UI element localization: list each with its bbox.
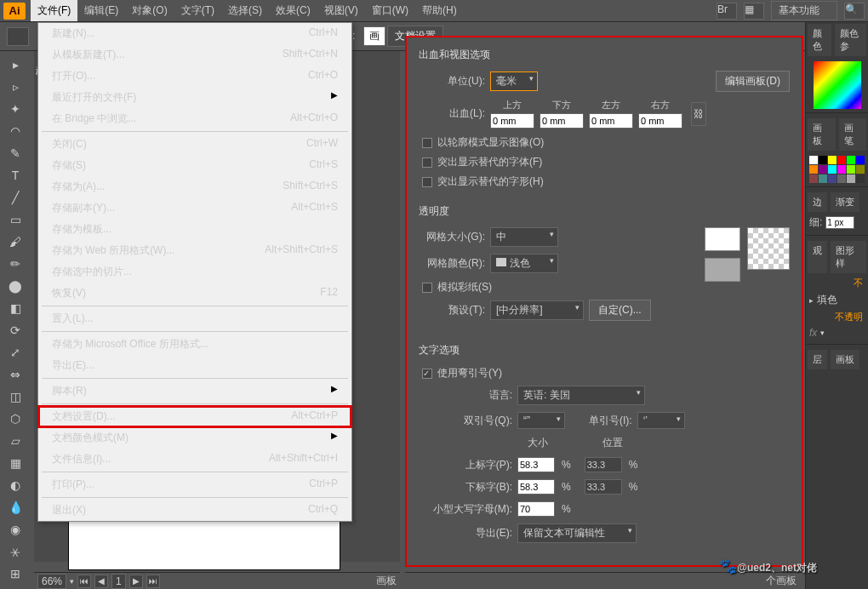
line-tool[interactable]: ╱ [3, 187, 27, 208]
menu-item[interactable]: 存储为 Microsoft Office 所用格式... [38, 334, 351, 355]
tab-swatches[interactable]: 画板 [808, 118, 836, 151]
nav-next[interactable]: ▶ [129, 575, 143, 588]
menu-item[interactable]: 恢复(V)F12 [38, 283, 351, 304]
menu-item[interactable]: 存储为(A)...Shift+Ctrl+S [38, 176, 351, 197]
menu-item[interactable]: 打开(O)...Ctrl+O [38, 66, 351, 87]
stroke-weight-input[interactable] [825, 216, 854, 229]
menu-item[interactable]: 退出(X)Ctrl+Q [38, 500, 351, 521]
use-quotes-checkbox[interactable] [422, 369, 432, 379]
nav-first[interactable]: ⏮ [77, 575, 91, 588]
menu-select[interactable]: 选择(S) [221, 0, 269, 21]
search-icon[interactable]: 🔍 [844, 3, 865, 20]
grid-size-select[interactable]: 中 [490, 227, 558, 247]
gradient-tool[interactable]: ◐ [3, 475, 27, 495]
selection-tool[interactable]: ▸ [3, 54, 27, 75]
preset-select[interactable]: [中分辨率] [490, 300, 584, 320]
color-spectrum[interactable] [814, 61, 861, 109]
free-transform-tool[interactable]: ◫ [3, 386, 27, 407]
unit-select[interactable]: 毫米 [490, 71, 538, 91]
custom-button[interactable]: 自定(C)... [589, 300, 651, 321]
bridge-icon[interactable]: Br [717, 3, 737, 20]
nav-prev[interactable]: ◀ [94, 575, 108, 588]
language-select[interactable]: 英语: 美国 [517, 386, 645, 405]
menu-item[interactable]: 新建(N)...Ctrl+N [38, 23, 351, 44]
direct-selection-tool[interactable]: ▹ [3, 77, 27, 97]
name-input[interactable]: 画 [363, 26, 385, 46]
tab-color[interactable]: 颜色 [808, 24, 831, 56]
hand-tool[interactable]: ✋ [3, 586, 27, 589]
menu-file[interactable]: 文件(F) [31, 0, 77, 21]
mesh-tool[interactable]: ▦ [3, 453, 27, 473]
menu-item[interactable]: 文档颜色模式(M)▶ [38, 427, 351, 449]
perspective-tool[interactable]: ▱ [3, 431, 27, 451]
subscript-pos-input[interactable] [585, 479, 622, 495]
smallcaps-input[interactable] [517, 501, 555, 517]
tab-brushes[interactable]: 画笔 [839, 118, 867, 151]
menu-item[interactable]: 在 Bridge 中浏览...Alt+Ctrl+O [38, 108, 351, 129]
rotate-tool[interactable]: ⟳ [3, 320, 27, 340]
menu-window[interactable]: 窗口(W) [365, 0, 415, 21]
shape-builder-tool[interactable]: ⬡ [3, 409, 27, 429]
edit-artboard-button[interactable]: 编辑画板(D) [716, 71, 790, 92]
superscript-pos-input[interactable] [585, 457, 622, 472]
eyedropper-tool[interactable]: 💧 [3, 497, 27, 518]
blend-tool[interactable]: ◉ [3, 519, 27, 540]
artboard-tool[interactable]: ⊞ [3, 563, 27, 584]
tab-color-guide[interactable]: 颜色参 [835, 24, 866, 56]
outline-mode-checkbox[interactable] [422, 138, 432, 148]
menu-edit[interactable]: 编辑(E) [77, 0, 125, 21]
bleed-top-input[interactable] [490, 113, 534, 129]
tab-graphic-styles[interactable]: 图形样 [831, 241, 866, 273]
nav-last[interactable]: ⏭ [146, 575, 160, 588]
menu-item[interactable]: 存储为模板... [38, 219, 351, 240]
width-tool[interactable]: ⇔ [3, 364, 27, 385]
highlight-glyphs-checkbox[interactable] [422, 177, 432, 187]
menu-item[interactable]: 置入(L)... [38, 308, 351, 329]
arrange-icon[interactable]: ▦ [744, 3, 764, 20]
menu-item[interactable]: 从模板新建(T)...Shift+Ctrl+N [38, 44, 351, 66]
scale-tool[interactable]: ⤢ [3, 342, 27, 363]
menu-item[interactable]: 最近打开的文件(F)▶ [38, 87, 351, 108]
menu-item[interactable]: 文档设置(D)...Alt+Ctrl+P [38, 406, 351, 427]
menu-item[interactable]: 文件信息(I)...Alt+Shift+Ctrl+I [38, 449, 351, 470]
symbol-sprayer-tool[interactable]: ⚹ [3, 541, 27, 562]
menu-item[interactable]: 存储选中的切片... [38, 261, 351, 283]
highlight-fonts-checkbox[interactable] [422, 157, 432, 168]
workspace-selector[interactable]: 基本功能 [771, 1, 837, 20]
grid-color-select[interactable]: 浅色 [490, 254, 558, 273]
paintbrush-tool[interactable]: 🖌 [3, 232, 27, 252]
eraser-tool[interactable]: ◧ [3, 298, 27, 318]
bleed-left-input[interactable] [589, 113, 633, 129]
rectangle-tool[interactable]: ▭ [3, 209, 27, 230]
tab-gradient[interactable]: 渐变 [831, 192, 859, 212]
tab-stroke[interactable]: 边 [808, 192, 827, 212]
simulate-paper-checkbox[interactable] [422, 283, 432, 293]
menu-item[interactable]: 打印(P)...Ctrl+P [38, 474, 351, 495]
pencil-tool[interactable]: ✏ [3, 254, 27, 274]
export-select[interactable]: 保留文本可编辑性 [517, 523, 637, 543]
artboard-tool-icon[interactable] [7, 27, 29, 46]
menu-help[interactable]: 帮助(H) [415, 0, 464, 21]
menu-item[interactable]: 脚本(R)▶ [38, 380, 351, 402]
tab-appearance[interactable]: 观 [808, 241, 827, 273]
blob-brush-tool[interactable]: ⬤ [3, 276, 27, 296]
single-quote-select[interactable]: ‘’ [637, 412, 685, 429]
zoom-level[interactable]: 66% [37, 574, 66, 589]
menu-item[interactable]: 导出(E)... [38, 355, 351, 376]
menu-text[interactable]: 文字(T) [174, 0, 221, 21]
menu-item[interactable]: 关闭(C)Ctrl+W [38, 134, 351, 155]
swatch-grid[interactable] [809, 156, 865, 183]
type-tool[interactable]: T [3, 165, 27, 186]
menu-item[interactable]: 存储为 Web 所用格式(W)...Alt+Shift+Ctrl+S [38, 240, 351, 261]
page-number[interactable]: 1 [111, 574, 126, 589]
double-quote-select[interactable]: “” [517, 412, 565, 429]
menu-item[interactable]: 存储副本(Y)...Alt+Ctrl+S [38, 197, 351, 219]
menu-view[interactable]: 视图(V) [317, 0, 365, 21]
bleed-right-input[interactable] [638, 113, 682, 129]
bleed-bottom-input[interactable] [540, 113, 584, 129]
tab-layers[interactable]: 层 [808, 350, 827, 369]
lasso-tool[interactable]: ◠ [3, 121, 27, 141]
pen-tool[interactable]: ✎ [3, 143, 27, 163]
link-bleed-icon[interactable]: ⛓ [691, 102, 706, 126]
menu-effect[interactable]: 效果(C) [269, 0, 317, 21]
